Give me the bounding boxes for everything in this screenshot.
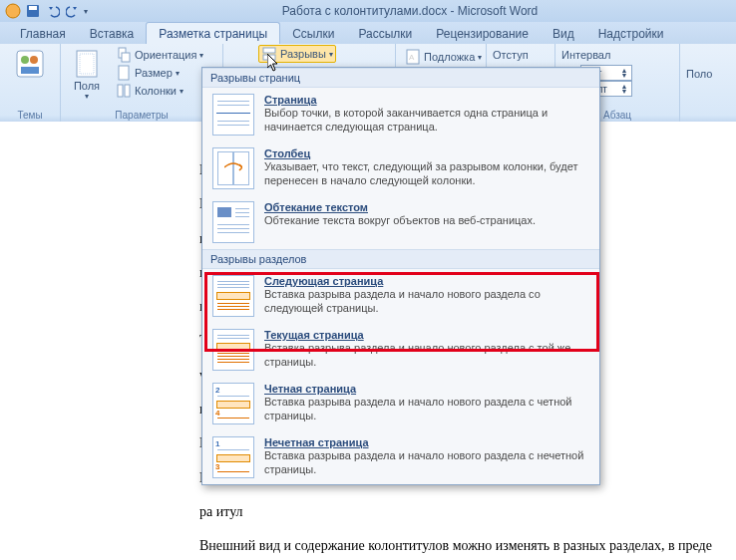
themes-icon <box>14 48 46 80</box>
tab-mailings[interactable]: Рассылки <box>346 23 424 44</box>
even-page-icon: 24 <box>212 383 254 424</box>
svg-point-5 <box>30 56 38 64</box>
columns-icon <box>116 83 132 99</box>
size-button[interactable]: Размер ▾ <box>113 64 206 82</box>
odd-page-icon: 13 <box>212 436 254 478</box>
tab-view[interactable]: Вид <box>541 23 586 44</box>
polo-label: Поло <box>686 46 726 80</box>
continuous-icon <box>212 329 254 371</box>
dd-item-title: Столбец <box>264 147 589 159</box>
dd-item-text-wrapping[interactable]: Обтекание текстомОбтекание текста вокруг… <box>202 195 599 249</box>
undo-icon[interactable] <box>44 2 62 20</box>
margins-label: Поля <box>74 80 100 92</box>
dd-item-next-page[interactable]: Следующая страницаВставка разрыва раздел… <box>202 269 599 323</box>
doc-line: Внешний вид и содержание колонтитулов мо… <box>199 536 736 556</box>
dd-item-desc: Указывает, что текст, следующий за разры… <box>264 160 589 188</box>
watermark-label: Подложка <box>424 51 475 63</box>
size-icon <box>116 65 132 81</box>
svg-rect-14 <box>263 48 275 53</box>
dd-item-title: Обтекание текстом <box>264 201 589 213</box>
dd-item-desc: Вставка разрыва раздела и начало нового … <box>264 288 589 316</box>
orientation-icon <box>116 47 132 63</box>
dd-item-odd-page[interactable]: 13 Нечетная страницаВставка разрыва разд… <box>202 430 599 484</box>
watermark-icon: A <box>405 49 421 65</box>
dd-item-desc: Вставка разрыва раздела и начало нового … <box>264 342 589 370</box>
page-break-icon <box>212 94 254 136</box>
svg-point-4 <box>21 56 29 64</box>
doc-line: ра итул <box>199 502 736 522</box>
svg-rect-10 <box>122 53 130 62</box>
svg-point-0 <box>6 4 20 18</box>
dd-item-even-page[interactable]: 24 Четная страницаВставка разрыва раздел… <box>202 377 599 430</box>
dd-item-column[interactable]: СтолбецУказывает, что текст, следующий з… <box>202 141 599 195</box>
dd-item-title: Следующая страница <box>264 275 589 287</box>
dd-section-page-breaks: Разрывы страниц <box>202 68 599 88</box>
tab-addins[interactable]: Надстройки <box>586 23 676 44</box>
tab-page-layout[interactable]: Разметка страницы <box>146 22 280 44</box>
tab-review[interactable]: Рецензирование <box>424 23 541 44</box>
dd-item-title: Нечетная страница <box>264 436 589 448</box>
save-icon[interactable] <box>24 2 42 20</box>
group-page-setup: Поля▾ Ориентация ▾ Размер ▾ Колонки ▾ Ра… <box>61 44 223 122</box>
themes-button[interactable] <box>6 46 54 80</box>
orientation-button[interactable]: Ориентация ▾ <box>113 46 206 64</box>
breaks-icon <box>261 46 277 62</box>
margins-button[interactable]: Поля▾ <box>67 46 107 101</box>
columns-button[interactable]: Колонки ▾ <box>113 82 206 100</box>
title-bar: ▾ Работа с колонтитулами.docx - Microsof… <box>0 0 736 22</box>
text-wrap-icon <box>212 201 254 243</box>
ribbon-tabs: Главная Вставка Разметка страницы Ссылки… <box>0 22 736 44</box>
group-label-themes: Темы <box>0 110 60 121</box>
breaks-dropdown: Разрывы страниц СтраницаВыбор точки, в к… <box>201 67 600 485</box>
svg-rect-11 <box>119 66 129 80</box>
next-page-icon <box>212 275 254 317</box>
svg-rect-15 <box>263 55 275 60</box>
tab-insert[interactable]: Вставка <box>78 23 147 44</box>
size-label: Размер <box>135 67 173 79</box>
dd-section-section-breaks: Разрывы разделов <box>202 249 599 269</box>
orientation-label: Ориентация <box>135 49 196 61</box>
dd-item-page[interactable]: СтраницаВыбор точки, в которой заканчива… <box>202 88 599 141</box>
breaks-button[interactable]: Разрывы ▾ <box>258 45 336 63</box>
column-break-icon <box>212 147 254 189</box>
group-polo: Поло <box>680 44 732 122</box>
dd-item-title: Страница <box>264 94 589 106</box>
svg-rect-2 <box>29 6 37 10</box>
dd-item-desc: Вставка разрыва раздела и начало нового … <box>264 449 589 477</box>
svg-rect-13 <box>125 85 130 97</box>
quick-access-toolbar: ▾ <box>4 2 88 20</box>
group-label-params: Параметры <box>61 110 222 121</box>
breaks-label: Разрывы <box>280 48 326 60</box>
office-button[interactable] <box>4 2 22 20</box>
redo-icon[interactable] <box>64 2 82 20</box>
dd-item-title: Текущая страница <box>264 329 589 341</box>
interval-label: Интервал <box>561 46 673 61</box>
margins-icon <box>71 48 103 80</box>
svg-rect-12 <box>118 85 123 97</box>
tab-home[interactable]: Главная <box>8 23 78 44</box>
group-themes: Темы <box>0 44 61 122</box>
window-title: Работа с колонтитулами.docx - Microsoft … <box>88 4 732 18</box>
columns-label: Колонки <box>135 85 177 97</box>
tab-references[interactable]: Ссылки <box>280 23 346 44</box>
dd-item-continuous[interactable]: Текущая страницаВставка разрыва раздела … <box>202 323 599 377</box>
svg-text:A: A <box>409 53 415 62</box>
dd-item-desc: Вставка разрыва раздела и начало нового … <box>264 396 589 423</box>
dd-item-title: Четная страница <box>264 383 589 395</box>
dd-item-desc: Обтекание текста вокруг объектов на веб-… <box>264 214 589 228</box>
watermark-button[interactable]: AПодложка ▾ <box>402 48 480 66</box>
dd-item-desc: Выбор точки, в которой заканчивается одн… <box>264 107 589 135</box>
indent-label: Отступ <box>493 46 549 61</box>
svg-rect-6 <box>21 67 39 74</box>
